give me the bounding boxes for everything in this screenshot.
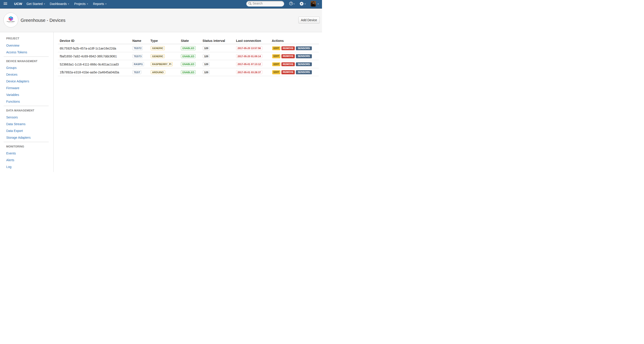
svg-text:?: ? [290,2,292,5]
svg-text:Think Connected: Think Connected [8,22,14,23]
svg-text:Unity{Cloud}Ware: Unity{Cloud}Ware [7,21,15,22]
